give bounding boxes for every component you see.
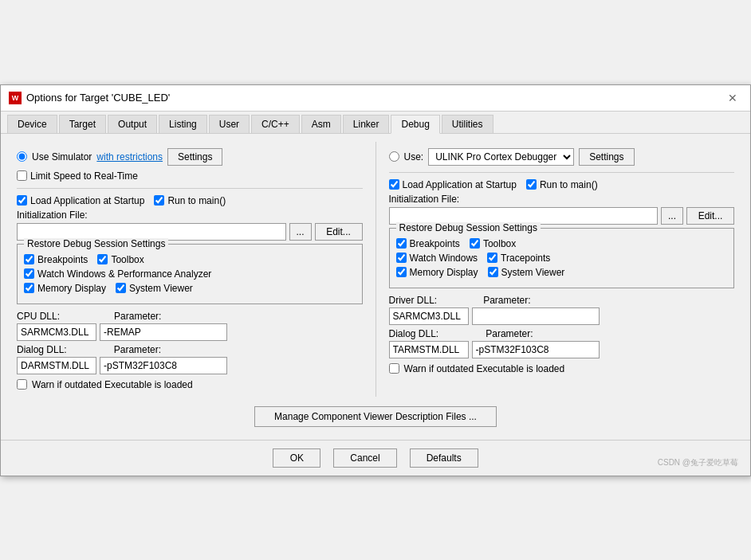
left-cpu-param-input[interactable] [100,323,227,341]
right-load-run-row: Load Application at Startup Run to main(… [389,179,735,190]
left-init-edit-button[interactable]: Edit... [315,223,363,241]
left-restore-group: Restore Debug Session Settings Breakpoin… [17,244,363,304]
right-toolbox-checkbox[interactable] [470,238,480,249]
title-bar-left: W Options for Target 'CUBE_LED' [9,92,170,104]
right-run-to-main-checkbox[interactable] [526,179,537,190]
run-to-main-checkbox[interactable] [154,195,164,206]
init-file-label: Initialization File: [17,210,363,221]
right-toolbox-label: Toolbox [483,238,516,249]
tab-utilities[interactable]: Utilities [442,115,493,133]
right-restore-group-title: Restore Debug Session Settings [396,222,541,233]
left-system-viewer-label: System Viewer [129,283,193,294]
right-tracepoints-checkbox[interactable] [487,253,497,263]
left-watch-windows-checkbox[interactable] [24,268,34,279]
right-restore-row3: Memory Display System Viewer [396,267,728,278]
run-to-main-item: Run to main() [154,195,226,206]
right-driver-dll-input[interactable] [389,307,469,325]
left-dialog-param-input[interactable] [100,357,227,374]
right-system-viewer-checkbox[interactable] [488,267,498,277]
with-restrictions-link[interactable]: with restrictions [96,151,163,163]
limit-speed-checkbox[interactable] [17,170,27,181]
right-warn-checkbox[interactable] [389,363,399,374]
left-warn-label: Warn if outdated Executable is loaded [32,379,193,390]
right-restore-group: Restore Debug Session Settings Breakpoin… [389,228,735,288]
main-content: Use Simulator with restrictions Settings… [1,134,750,440]
cancel-button[interactable]: Cancel [333,448,396,468]
left-warn-checkbox[interactable] [17,379,27,390]
defaults-button[interactable]: Defaults [410,448,478,468]
left-warn-row: Warn if outdated Executable is loaded [17,379,363,390]
left-column: Use Simulator with restrictions Settings… [10,142,369,397]
right-memory-display-checkbox[interactable] [396,267,407,277]
right-settings-button[interactable]: Settings [579,148,634,166]
left-breakpoints-checkbox[interactable] [24,254,34,264]
right-restore-row1: Breakpoints Toolbox [396,238,728,249]
tab-linker[interactable]: Linker [343,115,390,133]
close-button[interactable]: ✕ [723,90,742,106]
left-restore-row1: Breakpoints Toolbox [24,254,356,265]
manage-btn-row: Manage Component Viewer Description File… [10,406,741,427]
right-system-viewer-label: System Viewer [501,267,565,278]
right-watch-windows-checkbox[interactable] [396,253,407,263]
right-driver-param-label: Parameter: [483,295,530,306]
right-init-edit-button[interactable]: Edit... [686,207,734,225]
tab-target[interactable]: Target [59,115,106,133]
right-dialog-dll-label: Dialog DLL: [389,328,439,339]
ok-button[interactable]: OK [273,448,320,468]
right-load-app-checkbox[interactable] [389,179,399,190]
right-dll-section: Driver DLL: Parameter: Dialog DLL: Param… [389,295,735,358]
run-to-main-label: Run to main() [167,195,226,206]
title-bar: W Options for Target 'CUBE_LED' ✕ [1,85,750,112]
right-watch-windows-label: Watch Windows [410,253,478,264]
left-memory-display-checkbox[interactable] [24,283,34,293]
tab-listing[interactable]: Listing [159,115,207,133]
tab-debug[interactable]: Debug [391,115,439,134]
app-icon: W [9,92,22,104]
load-app-item: Load Application at Startup [17,195,144,206]
tab-cpp[interactable]: C/C++ [251,115,300,133]
left-dialog-dll-row [17,357,363,374]
right-warn-label: Warn if outdated Executable is loaded [404,363,565,374]
tab-output[interactable]: Output [108,115,157,133]
load-app-checkbox[interactable] [17,195,27,206]
right-driver-param-input[interactable] [472,307,600,325]
right-load-app-label: Load Application at Startup [403,179,517,190]
column-divider [376,142,376,397]
debugger-select[interactable]: ULINK Pro Cortex Debugger J-LINK / J-TRA… [428,148,574,166]
left-breakpoints-label: Breakpoints [37,254,88,265]
left-dialog-dll-input[interactable] [17,357,96,374]
right-dialog-param-input[interactable] [472,341,600,358]
limit-speed-row: Limit Speed to Real-Time [17,170,363,182]
load-app-label: Load Application at Startup [30,195,144,206]
right-breakpoints-checkbox[interactable] [396,238,407,249]
right-tracepoints-label: Tracepoints [501,253,550,264]
tab-user[interactable]: User [209,115,250,133]
simulator-settings-button[interactable]: Settings [167,148,222,166]
window-title: Options for Target 'CUBE_LED' [26,92,170,104]
right-dialog-dll-row [389,341,735,358]
left-system-viewer-checkbox[interactable] [116,283,126,293]
left-cpu-dll-label: CPU DLL: [17,311,60,322]
left-toolbox-checkbox[interactable] [97,254,108,264]
left-cpu-param-label: Parameter: [114,311,161,322]
use-label: Use: [404,151,424,163]
use-debugger-radio[interactable] [389,151,399,162]
manage-component-viewer-button[interactable]: Manage Component Viewer Description File… [254,406,497,427]
tab-device[interactable]: Device [7,115,57,133]
tabs-bar: Device Target Output Listing User C/C++ … [1,112,750,134]
bottom-bar: OK Cancel Defaults CSDN @兔子爱吃草莓 [1,440,750,476]
watermark: CSDN @兔子爱吃草莓 [658,457,738,468]
right-dialog-dll-input[interactable] [389,341,469,358]
left-dll-section: CPU DLL: Parameter: Dialog DLL: Paramete… [17,311,363,374]
left-cpu-dll-input[interactable] [17,323,96,341]
right-init-dots-button[interactable]: ... [661,207,683,225]
load-run-row: Load Application at Startup Run to main(… [17,195,363,206]
simulator-row: Use Simulator with restrictions Settings [17,148,363,166]
left-toolbox-label: Toolbox [111,254,144,265]
left-cpu-dll-row [17,323,363,341]
left-init-dots-button[interactable]: ... [289,223,312,241]
tab-asm[interactable]: Asm [301,115,341,133]
left-restore-row3: Memory Display System Viewer [24,283,356,294]
right-driver-dll-label: Driver DLL: [389,295,438,306]
use-simulator-radio[interactable] [17,151,27,162]
